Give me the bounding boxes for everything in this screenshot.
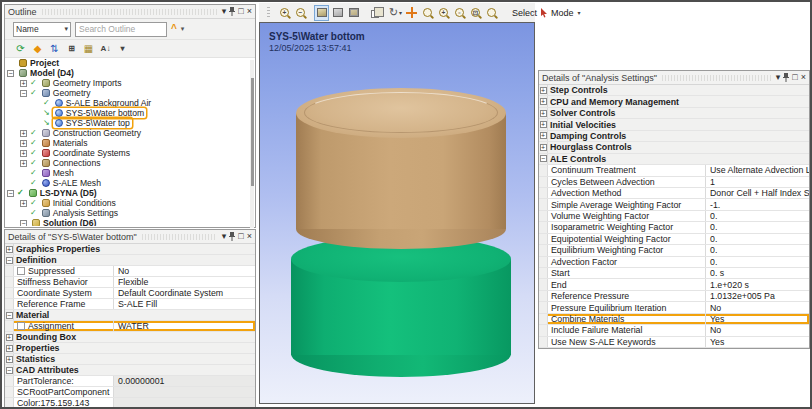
tree-item-connections[interactable]: +✓Connections <box>5 158 249 168</box>
box-zoom-icon[interactable]: ▫ <box>452 5 467 21</box>
category-properties[interactable]: +Properties <box>5 343 255 354</box>
tree-item-coordinate-systems[interactable]: +✓Coordinate Systems <box>5 148 249 158</box>
detail-row-include-failure-material[interactable]: Include Failure MaterialNo <box>539 325 809 336</box>
detail-row-equipotential-weighting-factor[interactable]: Equipotential Weighting Factor0. <box>539 234 809 245</box>
detail-row-cycles-between-advection[interactable]: Cycles Between Advection1 <box>539 177 809 188</box>
category-solver-controls[interactable]: +Solver Controls <box>539 108 809 119</box>
tree-item-sys-5-water-top[interactable]: ↘SYS-5\Water top <box>5 118 249 128</box>
details-left-titlebar[interactable]: Details of "SYS-5\Water bottom" ▾ □ × <box>5 230 255 244</box>
refresh-icon[interactable]: ⟳ <box>13 41 28 56</box>
property-value[interactable]: S-ALE Fill <box>114 299 255 309</box>
detail-row-volume-weighting-factor[interactable]: Volume Weighting Factor0. <box>539 211 809 222</box>
tree-item-analysis-settings[interactable]: ✓Analysis Settings <box>5 208 249 218</box>
property-value[interactable]: No <box>114 266 255 276</box>
category-graphics-properties[interactable]: +Graphics Properties <box>5 244 255 255</box>
shaded-wireframe-icon[interactable] <box>330 5 345 21</box>
detail-row-suppressed[interactable]: SuppressedNo <box>5 266 255 277</box>
expand-icon[interactable]: + <box>6 334 13 341</box>
property-value[interactable]: 1 <box>706 177 809 187</box>
category-ale-controls[interactable]: −ALE Controls <box>539 154 809 165</box>
element-display-icon[interactable] <box>346 5 361 21</box>
property-value[interactable]: -1. <box>706 199 809 209</box>
tree-item-geometry[interactable]: −✓Geometry <box>5 88 249 98</box>
expand-icon[interactable]: + <box>20 80 27 87</box>
collapse-icon[interactable]: − <box>7 190 14 197</box>
pin-icon[interactable] <box>229 232 235 241</box>
name-sort-icon[interactable]: A↓ <box>98 41 113 56</box>
property-value[interactable]: Yes <box>706 337 809 347</box>
graphics-viewport[interactable]: SYS-5\Water bottom 12/05/2025 13:57:41 <box>259 22 535 404</box>
panel-menu-icon[interactable]: ▾ <box>222 232 227 241</box>
close-icon[interactable]: × <box>801 73 806 82</box>
collapse-icon[interactable]: − <box>6 312 13 319</box>
name-filter-select[interactable]: Name ▾ <box>13 22 71 37</box>
pan-icon[interactable] <box>404 5 419 21</box>
category-cpu-and-memory-management[interactable]: +CPU and Memory Management <box>539 96 809 107</box>
scrollbar-thumb[interactable] <box>251 78 254 186</box>
collapse-icon[interactable]: − <box>6 257 13 264</box>
rotate-icon[interactable]: ↻▾ <box>388 5 403 21</box>
float-icon[interactable]: □ <box>792 73 797 82</box>
tree-item-ls-dyna-d5[interactable]: −✓LS-DYNA (D5) <box>5 188 249 198</box>
zoom-window-icon[interactable] <box>484 5 499 21</box>
property-value[interactable]: 0. s <box>706 268 809 278</box>
close-icon[interactable]: × <box>247 7 252 16</box>
detail-row-reference-frame[interactable]: Reference FrameS-ALE Fill <box>5 299 255 310</box>
tree-item-solution-d6[interactable]: −Solution (D6) <box>5 218 249 226</box>
worksheet-icon[interactable]: ▦ <box>81 41 96 56</box>
zoom-mode-icon[interactable] <box>420 5 435 21</box>
zoom-out-icon[interactable]: − <box>293 5 308 21</box>
property-value[interactable]: Use Alternate Advection Logic <box>706 165 809 175</box>
expand-icon[interactable]: + <box>20 200 27 207</box>
collapse-icon[interactable]: − <box>7 70 14 77</box>
category-step-controls[interactable]: +Step Controls <box>539 85 809 96</box>
expand-icon[interactable]: + <box>540 110 547 117</box>
drag-handle-icon[interactable] <box>261 5 276 21</box>
property-value[interactable] <box>114 398 255 408</box>
detail-row-continuum-treatment[interactable]: Continuum TreatmentUse Alternate Advecti… <box>539 165 809 176</box>
property-value[interactable]: 1.e+020 s <box>706 279 809 289</box>
collapse-search-icon[interactable]: ^ <box>171 24 177 34</box>
search-options-icon[interactable]: ▾ <box>181 25 185 33</box>
detail-row-advection-factor[interactable]: Advection Factor0. <box>539 257 809 268</box>
property-value[interactable]: Donor Cell + Half Index Shift <box>706 188 809 198</box>
float-icon[interactable]: □ <box>238 7 243 16</box>
zoom-plus-icon[interactable]: + <box>436 5 451 21</box>
property-value[interactable]: 0. <box>706 245 809 255</box>
property-value[interactable]: Yes <box>706 314 809 324</box>
outline-search-input[interactable] <box>75 22 167 37</box>
expand-icon[interactable]: + <box>6 246 13 253</box>
detail-row-isoparametric-weighting-factor[interactable]: Isoparametric Weighting Factor0. <box>539 222 809 233</box>
expand-icon[interactable]: + <box>20 130 27 137</box>
tree-item-project[interactable]: Project <box>5 58 249 68</box>
tree-item-sys-5-water-bottom[interactable]: ↘SYS-5\Water bottom <box>5 108 249 118</box>
collapse-icon[interactable]: − <box>20 90 27 97</box>
category-material[interactable]: −Material <box>5 310 255 321</box>
property-value[interactable]: WATER <box>114 321 255 331</box>
property-value[interactable] <box>114 387 255 397</box>
mode-dropdown-icon[interactable]: ▾ <box>578 9 581 16</box>
detail-row-scrootpartcomponent[interactable]: SCRootPartComponent <box>5 387 255 398</box>
tree-item-geometry-imports[interactable]: +✓Geometry Imports <box>5 78 249 88</box>
select-cursor-icon[interactable] <box>540 4 548 22</box>
property-value[interactable]: Default Coordinate System <box>114 288 255 298</box>
property-value[interactable]: 0.00000001 <box>114 376 255 386</box>
close-icon[interactable]: × <box>247 232 252 241</box>
expand-icon[interactable]: + <box>6 356 13 363</box>
detail-row-coordinate-system[interactable]: Coordinate SystemDefault Coordinate Syst… <box>5 288 255 299</box>
pin-icon[interactable] <box>783 73 789 82</box>
detail-row-color-175-159-143[interactable]: Color:175.159.143 <box>5 398 255 408</box>
detail-row-reference-pressure[interactable]: Reference Pressure1.0132e+005 Pa <box>539 291 809 302</box>
property-value[interactable]: 0. <box>706 222 809 232</box>
checkbox[interactable] <box>17 267 25 275</box>
expand-icon[interactable]: + <box>540 98 547 105</box>
image-capture-icon[interactable] <box>367 5 382 21</box>
category-initial-velocities[interactable]: +Initial Velocities <box>539 119 809 130</box>
expand-icon[interactable]: + <box>6 345 13 352</box>
outline-scrollbar[interactable] <box>250 60 254 228</box>
details-right-titlebar[interactable]: Details of "Analysis Settings" ▾ □ × <box>539 71 809 85</box>
panel-menu-icon[interactable]: ▾ <box>776 73 781 82</box>
detail-row-parttolerance[interactable]: PartTolerance:0.00000001 <box>5 376 255 387</box>
category-definition[interactable]: −Definition <box>5 255 255 266</box>
tree-item-model-d4[interactable]: −Model (D4) <box>5 68 249 78</box>
